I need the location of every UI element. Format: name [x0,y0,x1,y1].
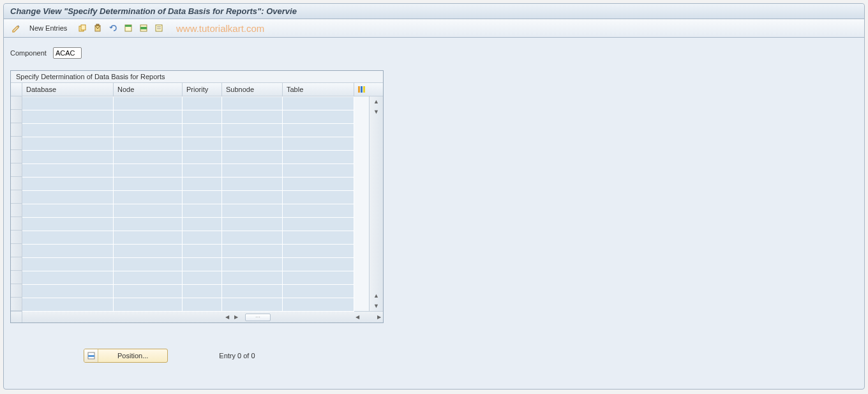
undo-button[interactable] [107,22,119,34]
row-selector[interactable] [11,284,22,298]
cell-table[interactable] [283,285,354,298]
cell-subnode[interactable] [222,204,283,218]
cell-database[interactable] [22,124,114,137]
scroll-down-button-bottom[interactable]: ▼ [370,301,383,311]
cell-subnode[interactable] [222,97,283,110]
cell-priority[interactable] [183,97,222,110]
cell-table[interactable] [283,258,354,271]
row-selector[interactable] [11,257,22,271]
component-input[interactable] [53,47,82,59]
row-selector[interactable] [11,137,22,150]
cell-priority[interactable] [183,271,222,285]
cell-database[interactable] [22,178,114,191]
deselect-all-button[interactable] [153,22,165,34]
cell-node[interactable] [114,110,183,124]
row-selector[interactable] [11,190,22,204]
cell-table[interactable] [283,298,354,312]
cell-node[interactable] [114,231,183,245]
select-all-button[interactable] [122,22,135,34]
cell-subnode[interactable] [222,137,283,151]
row-selector[interactable] [11,177,22,190]
cell-table[interactable] [283,178,354,191]
cell-node[interactable] [114,258,183,271]
cell-priority[interactable] [183,298,222,312]
cell-database[interactable] [22,258,114,271]
row-selector[interactable] [11,217,22,231]
cell-table[interactable] [283,231,354,245]
row-selector[interactable] [11,150,22,163]
cell-subnode[interactable] [222,151,283,164]
cell-table[interactable] [283,164,354,178]
cell-subnode[interactable] [222,191,283,204]
hscroll-thumb[interactable]: ⋯ [245,314,271,321]
cell-priority[interactable] [183,110,222,124]
cell-table[interactable] [283,245,354,258]
select-block-button[interactable] [137,22,150,34]
cell-table[interactable] [283,110,354,124]
cell-database[interactable] [22,218,114,231]
cell-priority[interactable] [183,204,222,218]
cell-database[interactable] [22,245,114,258]
scroll-track[interactable] [370,117,383,291]
row-selector[interactable] [11,163,22,177]
cell-node[interactable] [114,204,183,218]
row-selector[interactable] [11,244,22,257]
cell-table[interactable] [283,218,354,231]
cell-table[interactable] [283,97,354,110]
row-selector[interactable] [11,231,22,244]
scroll-up-button[interactable]: ▲ [370,96,383,107]
cell-priority[interactable] [183,231,222,245]
column-header-node[interactable]: Node [114,83,183,96]
cell-database[interactable] [22,285,114,298]
cell-node[interactable] [114,271,183,285]
cell-subnode[interactable] [222,271,283,285]
cell-node[interactable] [114,164,183,178]
cell-subnode[interactable] [222,285,283,298]
cell-subnode[interactable] [222,298,283,312]
row-selector[interactable] [11,96,22,110]
cell-table[interactable] [283,151,354,164]
column-header-database[interactable]: Database [22,83,114,96]
row-selector[interactable] [11,123,22,137]
cell-priority[interactable] [183,258,222,271]
row-selector[interactable] [11,298,22,311]
delete-button[interactable] [91,22,104,34]
cell-database[interactable] [22,97,114,110]
cell-database[interactable] [22,151,114,164]
cell-priority[interactable] [183,164,222,178]
cell-subnode[interactable] [222,164,283,178]
cell-subnode[interactable] [222,124,283,137]
cell-priority[interactable] [183,245,222,258]
copy-as-button[interactable] [76,22,89,34]
row-selector[interactable] [11,204,22,217]
cell-subnode[interactable] [222,245,283,258]
toggle-display-change-button[interactable] [10,22,23,34]
cell-node[interactable] [114,97,183,110]
cell-node[interactable] [114,298,183,312]
cell-database[interactable] [22,137,114,151]
vertical-scrollbar[interactable]: ▲ ▼ ▲ ▼ [369,96,383,311]
scroll-up-button-bottom[interactable]: ▲ [370,291,383,301]
cell-node[interactable] [114,151,183,164]
cell-database[interactable] [22,204,114,218]
cell-node[interactable] [114,285,183,298]
column-header-table[interactable]: Table [283,83,354,96]
cell-subnode[interactable] [222,218,283,231]
cell-priority[interactable] [183,191,222,204]
hscroll-left-button[interactable]: ◀ [223,313,231,322]
cell-subnode[interactable] [222,178,283,191]
cell-table[interactable] [283,271,354,285]
scroll-down-button[interactable]: ▼ [370,107,383,117]
cell-table[interactable] [283,124,354,137]
row-selector-header[interactable] [11,83,22,96]
cell-node[interactable] [114,124,183,137]
table-config-button[interactable] [354,83,368,96]
cell-node[interactable] [114,191,183,204]
cell-node[interactable] [114,178,183,191]
cell-database[interactable] [22,231,114,245]
cell-subnode[interactable] [222,110,283,124]
cell-table[interactable] [283,137,354,151]
row-selector[interactable] [11,110,22,123]
row-selector[interactable] [11,271,22,284]
cell-database[interactable] [22,164,114,178]
